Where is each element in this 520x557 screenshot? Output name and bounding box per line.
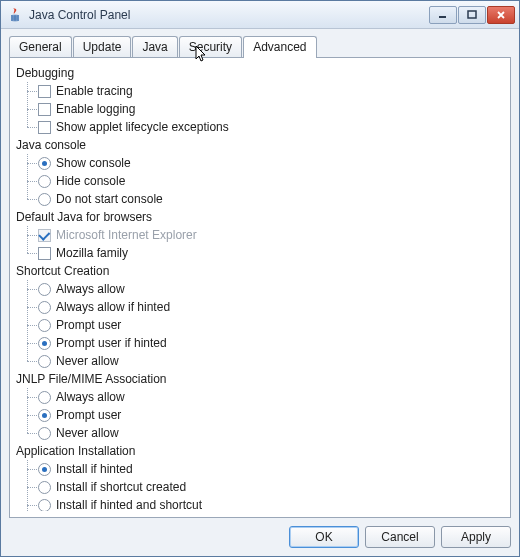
titlebar: Java Control Panel <box>1 1 519 29</box>
checkbox-icon[interactable] <box>38 85 51 98</box>
radio-icon[interactable] <box>38 301 51 314</box>
radio-icon[interactable] <box>38 319 51 332</box>
group-header: Java console <box>16 136 504 154</box>
checkbox-icon[interactable] <box>38 121 51 134</box>
setting-label: Always allow <box>56 282 125 296</box>
dialog-buttons: OK Cancel Apply <box>9 518 511 548</box>
setting-label: Always allow <box>56 390 125 404</box>
radio-icon[interactable] <box>38 175 51 188</box>
setting-label: Mozilla family <box>56 246 128 260</box>
tab-update[interactable]: Update <box>73 36 132 57</box>
radio-icon[interactable] <box>38 427 51 440</box>
svg-rect-1 <box>468 11 476 18</box>
setting-item[interactable]: Install if hinted <box>38 460 504 478</box>
radio-icon[interactable] <box>38 391 51 404</box>
setting-label: Enable tracing <box>56 84 133 98</box>
radio-icon[interactable] <box>38 193 51 206</box>
setting-label: Show applet lifecycle exceptions <box>56 120 229 134</box>
group-items: Install if hintedInstall if shortcut cre… <box>16 460 504 511</box>
ok-button[interactable]: OK <box>289 526 359 548</box>
tab-general[interactable]: General <box>9 36 72 57</box>
setting-label: Install if hinted and shortcut <box>56 498 202 511</box>
settings-tree[interactable]: DebuggingEnable tracingEnable loggingSho… <box>16 64 504 511</box>
setting-label: Never allow <box>56 354 119 368</box>
setting-label: Show console <box>56 156 131 170</box>
setting-item[interactable]: Prompt user <box>38 406 504 424</box>
setting-item[interactable]: Install if shortcut created <box>38 478 504 496</box>
setting-item[interactable]: Show console <box>38 154 504 172</box>
client-area: General Update Java Security Advanced De… <box>1 29 519 556</box>
setting-item[interactable]: Enable logging <box>38 100 504 118</box>
setting-label: Install if shortcut created <box>56 480 186 494</box>
advanced-panel: DebuggingEnable tracingEnable loggingSho… <box>9 57 511 518</box>
setting-label: Prompt user <box>56 318 121 332</box>
setting-item[interactable]: Mozilla family <box>38 244 504 262</box>
setting-item[interactable]: Install if hinted and shortcut <box>38 496 504 511</box>
setting-item: Microsoft Internet Explorer <box>38 226 504 244</box>
titlebar-buttons <box>429 6 515 24</box>
setting-item[interactable]: Always allow <box>38 388 504 406</box>
setting-label: Microsoft Internet Explorer <box>56 228 197 242</box>
tabs-row: General Update Java Security Advanced <box>9 35 511 57</box>
setting-label: Never allow <box>56 426 119 440</box>
minimize-button[interactable] <box>429 6 457 24</box>
setting-item[interactable]: Never allow <box>38 352 504 370</box>
setting-item[interactable]: Do not start console <box>38 190 504 208</box>
close-button[interactable] <box>487 6 515 24</box>
group-items: Enable tracingEnable loggingShow applet … <box>16 82 504 136</box>
setting-item[interactable]: Hide console <box>38 172 504 190</box>
setting-item[interactable]: Prompt user if hinted <box>38 334 504 352</box>
radio-icon[interactable] <box>38 481 51 494</box>
setting-item[interactable]: Always allow if hinted <box>38 298 504 316</box>
group-header: Shortcut Creation <box>16 262 504 280</box>
group-items: Always allowAlways allow if hintedPrompt… <box>16 280 504 370</box>
tab-security[interactable]: Security <box>179 36 242 57</box>
checkbox-icon[interactable] <box>38 103 51 116</box>
window-title: Java Control Panel <box>29 8 429 22</box>
setting-label: Hide console <box>56 174 125 188</box>
cancel-button[interactable]: Cancel <box>365 526 435 548</box>
setting-item[interactable]: Enable tracing <box>38 82 504 100</box>
tab-java[interactable]: Java <box>132 36 177 57</box>
radio-icon[interactable] <box>38 157 51 170</box>
setting-item[interactable]: Prompt user <box>38 316 504 334</box>
radio-icon[interactable] <box>38 463 51 476</box>
apply-button[interactable]: Apply <box>441 526 511 548</box>
setting-label: Install if hinted <box>56 462 133 476</box>
radio-icon[interactable] <box>38 283 51 296</box>
group-items: Always allowPrompt userNever allow <box>16 388 504 442</box>
radio-icon[interactable] <box>38 337 51 350</box>
setting-label: Prompt user if hinted <box>56 336 167 350</box>
checkbox-icon <box>38 229 51 242</box>
java-control-panel-window: Java Control Panel General Update Java S… <box>0 0 520 557</box>
setting-label: Always allow if hinted <box>56 300 170 314</box>
group-header: Debugging <box>16 64 504 82</box>
setting-item[interactable]: Show applet lifecycle exceptions <box>38 118 504 136</box>
group-header: Default Java for browsers <box>16 208 504 226</box>
checkbox-icon[interactable] <box>38 247 51 260</box>
group-items: Microsoft Internet ExplorerMozilla famil… <box>16 226 504 262</box>
setting-label: Do not start console <box>56 192 163 206</box>
setting-item[interactable]: Never allow <box>38 424 504 442</box>
tab-advanced[interactable]: Advanced <box>243 36 316 58</box>
group-items: Show consoleHide consoleDo not start con… <box>16 154 504 208</box>
radio-icon[interactable] <box>38 409 51 422</box>
java-icon <box>7 7 23 23</box>
radio-icon[interactable] <box>38 355 51 368</box>
setting-label: Prompt user <box>56 408 121 422</box>
group-header: Application Installation <box>16 442 504 460</box>
radio-icon[interactable] <box>38 499 51 512</box>
setting-item[interactable]: Always allow <box>38 280 504 298</box>
group-header: JNLP File/MIME Association <box>16 370 504 388</box>
setting-label: Enable logging <box>56 102 135 116</box>
maximize-button[interactable] <box>458 6 486 24</box>
